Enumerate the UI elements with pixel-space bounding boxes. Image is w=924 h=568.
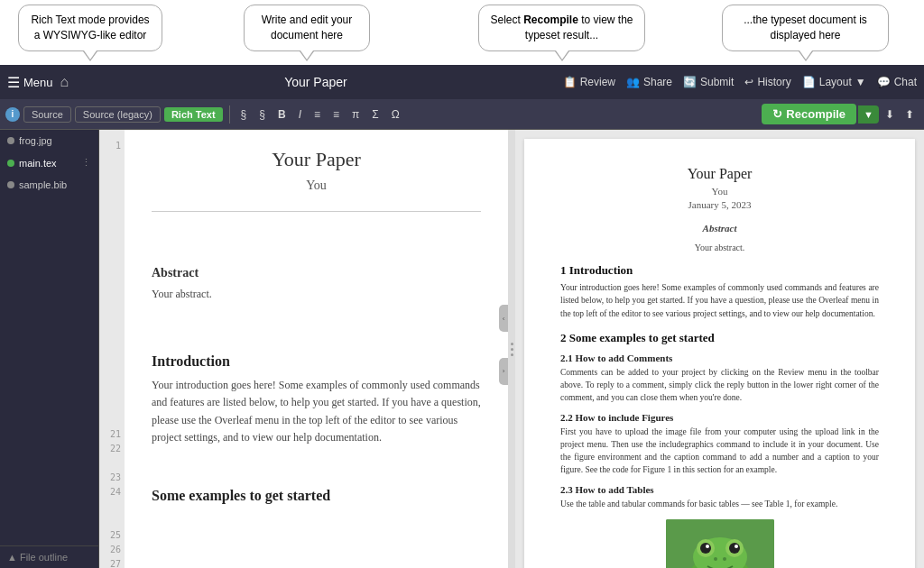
- editor-spacer2: [152, 312, 481, 339]
- content-area: frog.jpg main.tex ⋮ sample.bib ▲ File ou…: [0, 130, 924, 568]
- preview-subsection23: 2.3 How to add Tables: [560, 484, 879, 495]
- bubble-recompile: Select Recompile to view the typeset res…: [478, 5, 645, 51]
- submit-button[interactable]: 🔄 Submit: [683, 76, 734, 88]
- preview-title: Your Paper: [560, 166, 879, 182]
- editor-abstract-text: Your abstract.: [152, 286, 481, 303]
- split-dot-1: [511, 343, 513, 345]
- bubble-display: ...the typeset document is displayed her…: [722, 5, 889, 51]
- split-handle[interactable]: [508, 130, 515, 568]
- pi-button[interactable]: π: [347, 106, 364, 123]
- toolbar-divider-1: [229, 105, 230, 124]
- editor-intro-text: Your introduction goes here! Some exampl…: [152, 377, 481, 446]
- menu-button[interactable]: ☰ Menu: [7, 74, 53, 91]
- sidebar-item-frog[interactable]: frog.jpg: [0, 130, 98, 151]
- bubbles-container: Rich Text mode provides a WYSIWYG-like e…: [0, 0, 924, 65]
- list-button[interactable]: ≡: [310, 106, 325, 123]
- share-button[interactable]: 👥 Share: [626, 76, 672, 88]
- paragraph-button[interactable]: §: [236, 106, 252, 123]
- preview-subsection23-text: Use the table and tabular commands for b…: [560, 498, 879, 510]
- chat-button[interactable]: 💬 Chat: [877, 76, 917, 88]
- source-button[interactable]: Source: [23, 106, 71, 123]
- preview-author: You: [560, 186, 879, 197]
- file-outline-button[interactable]: ▲ File outline: [0, 545, 98, 568]
- editor-toolbar: i Source Source (legacy) Rich Text § § B…: [0, 99, 924, 130]
- frog-filename: frog.jpg: [19, 135, 91, 146]
- chat-icon: 💬: [877, 76, 891, 88]
- editor-author: You: [152, 179, 481, 193]
- editor-intro-heading: Introduction: [152, 353, 481, 370]
- editor-pane[interactable]: 1: [99, 130, 508, 568]
- preview-section2: 2 Some examples to get started: [560, 331, 879, 345]
- italic-button[interactable]: I: [294, 106, 306, 123]
- bib-file-dot: [7, 181, 14, 188]
- editor-expand-handle[interactable]: ›: [499, 358, 508, 385]
- svg-point-9: [714, 557, 717, 561]
- preview-section1: 1 Introduction: [560, 263, 879, 278]
- editor-document-title: Your Paper: [152, 148, 481, 171]
- history-button[interactable]: ↩ History: [744, 76, 790, 88]
- recompile-button[interactable]: ↻ Recompile: [762, 104, 856, 124]
- file-more-icon[interactable]: ⋮: [81, 157, 91, 169]
- bubble-richtext: Rich Text mode provides a WYSIWYG-like e…: [18, 5, 162, 51]
- sidebar-item-bib[interactable]: sample.bib: [0, 174, 98, 196]
- omega-button[interactable]: Ω: [387, 106, 404, 123]
- review-button[interactable]: 📋 Review: [563, 76, 615, 88]
- bold-button[interactable]: B: [273, 106, 291, 123]
- nav-bar: ☰ Menu ⌂ Your Paper 📋 Review 👥 Share 🔄 S…: [0, 65, 924, 99]
- editor-content[interactable]: Your Paper You Abstract Your abstract. I…: [125, 130, 508, 568]
- line-numbers: 1: [99, 130, 125, 568]
- expand-arrow-icon: ›: [503, 367, 505, 375]
- editor-with-lines: 1: [99, 130, 508, 568]
- sidebar-item-main[interactable]: main.tex ⋮: [0, 151, 98, 174]
- preview-date: January 5, 2023: [560, 199, 879, 210]
- preview-abstract-label: Abstract: [560, 223, 879, 234]
- bullets-button[interactable]: ≡: [328, 106, 344, 123]
- editor-spacer3: [152, 455, 481, 473]
- rich-text-button[interactable]: Rich Text: [164, 107, 223, 122]
- preview-subsection21-text: Comments can be added to your project by…: [560, 366, 879, 405]
- recompile-dropdown[interactable]: ▼: [858, 105, 879, 124]
- recompile-area: ↻ Recompile ▼ ⬇ ⬆: [762, 104, 919, 124]
- source-legacy-button[interactable]: Source (legacy): [75, 106, 161, 123]
- hamburger-icon: ☰: [7, 74, 20, 91]
- editor-divider: [152, 211, 481, 212]
- preview-pane: Your Paper You January 5, 2023 Abstract …: [515, 130, 924, 568]
- layout-icon: 📄: [802, 76, 816, 88]
- preview-subsection22: 2.2 How to include Figures: [560, 412, 879, 423]
- sigma-button[interactable]: Σ: [367, 106, 383, 123]
- document-title: Your Paper: [76, 75, 555, 89]
- bib-filename: sample.bib: [19, 179, 91, 190]
- preview-subsection22-text: First you have to upload the image file …: [560, 426, 879, 477]
- share-icon: 👥: [626, 76, 640, 88]
- file-dot-green: [7, 160, 14, 167]
- preview-page: Your Paper You January 5, 2023 Abstract …: [524, 139, 915, 568]
- svg-point-7: [706, 545, 709, 548]
- split-dot-3: [511, 353, 513, 356]
- recompile-icon: ↻: [772, 107, 782, 121]
- review-icon: 📋: [563, 76, 577, 88]
- nav-right-buttons: 📋 Review 👥 Share 🔄 Submit ↩ History 📄 La…: [563, 76, 917, 88]
- editor-section2-heading: Some examples to get started: [152, 488, 481, 504]
- svg-point-6: [729, 543, 740, 554]
- editor-abstract-label: Abstract: [152, 266, 481, 280]
- frog-svg: [666, 519, 774, 568]
- history-icon: ↩: [744, 76, 753, 88]
- split-dot-2: [511, 348, 513, 351]
- editor-spacer1: [152, 221, 481, 266]
- layout-chevron-icon: ▼: [855, 76, 866, 88]
- info-icon: i: [5, 107, 20, 122]
- share-pdf-button[interactable]: ⬆: [901, 106, 919, 123]
- home-icon[interactable]: ⌂: [60, 74, 69, 90]
- layout-button[interactable]: 📄 Layout ▼: [802, 76, 866, 88]
- collapse-arrow-icon: ‹: [503, 315, 505, 323]
- download-button[interactable]: ⬇: [881, 106, 899, 123]
- preview-subsection21: 2.1 How to add Comments: [560, 353, 879, 363]
- frog-image: [666, 519, 774, 568]
- preview-abstract-text: Your abstract.: [560, 243, 879, 252]
- outline-arrow-icon: ▲: [7, 552, 17, 563]
- file-dot-gray: [7, 137, 14, 144]
- editor-collapse-handle[interactable]: ‹: [499, 305, 508, 332]
- main-filename: main.tex: [19, 158, 77, 169]
- preview-intro-text: Your introduction goes here! Some exampl…: [560, 281, 879, 320]
- paragraph-button-2[interactable]: §: [254, 106, 270, 123]
